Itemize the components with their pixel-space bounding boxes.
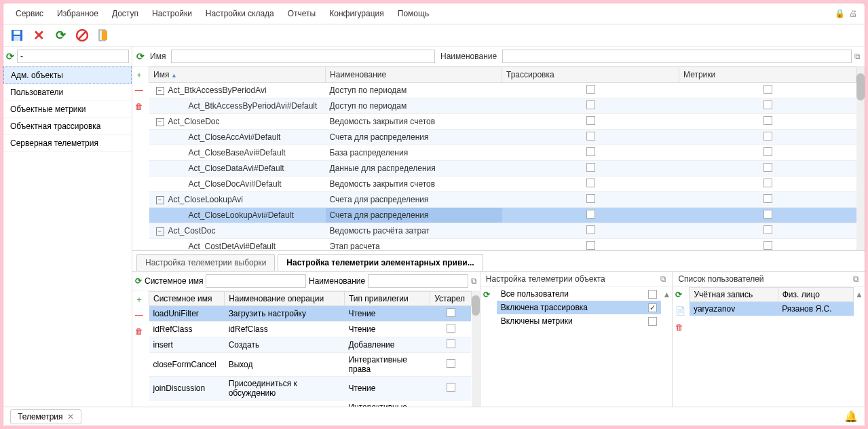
menu-help[interactable]: Помощь: [391, 6, 436, 21]
table-row[interactable]: Act_BtkAccessByPeriodAvi#DefaultДоступ п…: [149, 98, 856, 114]
metrics-checkbox[interactable]: [763, 147, 772, 156]
priv-col-sys[interactable]: Системное имя: [149, 292, 225, 306]
obsolete-checkbox[interactable]: [447, 339, 455, 348]
priv-col-obs[interactable]: Устарел: [430, 292, 472, 306]
table-row[interactable]: −Act_BtkAccessByPeriodAviДоступ по перио…: [149, 83, 856, 98]
tab-selection-telemetry[interactable]: Настройка телеметрии выборки: [136, 254, 275, 271]
users-col-account[interactable]: Учётная запись: [690, 288, 778, 302]
metrics-checkbox[interactable]: [763, 241, 772, 250]
save-button[interactable]: [10, 29, 24, 42]
popout-icon[interactable]: ⧉: [854, 52, 861, 61]
trace-checkbox[interactable]: [586, 194, 595, 203]
table-row[interactable]: −Act_CloseDocВедомость закрытия счетов: [149, 114, 856, 130]
sidebar-item[interactable]: Пользователи: [3, 84, 132, 101]
tree-toggle-icon[interactable]: −: [156, 118, 164, 126]
table-row[interactable]: joinDiscussionПрисоединиться к обсуждени…: [149, 377, 472, 400]
trace-checkbox[interactable]: [586, 179, 595, 187]
table-row[interactable]: idRefClassidRefClassЧтение: [149, 322, 472, 337]
trace-checkbox[interactable]: [586, 241, 595, 250]
trace-checkbox[interactable]: [586, 116, 595, 125]
col-title[interactable]: Наименование: [326, 67, 502, 83]
trace-checkbox[interactable]: [586, 147, 595, 156]
forbid-button[interactable]: [75, 29, 89, 42]
filter-name-input[interactable]: [171, 50, 435, 63]
refresh-button[interactable]: ⟳: [54, 29, 67, 42]
menu-config[interactable]: Конфигурация: [322, 6, 391, 21]
popout-icon[interactable]: ⧉: [471, 276, 477, 286]
popout-icon[interactable]: ⧉: [853, 274, 859, 284]
table-row[interactable]: −Act_CostDocВедомость расчёта затрат: [149, 223, 856, 239]
menu-reports[interactable]: Отчеты: [281, 6, 322, 21]
col-metrics[interactable]: Метрики: [679, 67, 856, 83]
sidebar-item[interactable]: Объектная трассировка: [3, 118, 132, 135]
scroll-up-icon[interactable]: ▲: [855, 290, 863, 299]
menu-favorites[interactable]: Избранное: [50, 6, 105, 21]
obsolete-checkbox[interactable]: [447, 359, 455, 368]
remove-icon[interactable]: —: [135, 86, 146, 96]
close-button[interactable]: ✕: [32, 29, 45, 42]
delete-icon[interactable]: 🗑: [135, 327, 146, 337]
table-row[interactable]: Act_CostDetAvi#DefaultЭтап расчета: [149, 239, 856, 250]
refresh-icon[interactable]: ⟳: [136, 51, 145, 62]
left-filter-input[interactable]: [17, 50, 129, 63]
metrics-checkbox[interactable]: [763, 225, 772, 234]
sidebar-item[interactable]: Адм. объекты: [3, 67, 132, 84]
option-checkbox[interactable]: [648, 303, 657, 312]
telemetry-option-row[interactable]: Включена трассировка: [497, 301, 662, 314]
priv-col-type[interactable]: Тип привилегии: [344, 292, 430, 306]
trace-checkbox[interactable]: [586, 132, 595, 141]
exit-button[interactable]: [97, 29, 111, 42]
tree-toggle-icon[interactable]: −: [156, 87, 164, 95]
tree-toggle-icon[interactable]: −: [156, 196, 164, 204]
refresh-icon[interactable]: ⟳: [675, 290, 686, 301]
metrics-checkbox[interactable]: [763, 85, 772, 94]
tree-toggle-icon[interactable]: −: [156, 227, 164, 236]
metrics-checkbox[interactable]: [763, 179, 772, 187]
table-row[interactable]: Act_CloseAccAvi#DefaultСчета для распред…: [149, 130, 856, 145]
table-row[interactable]: closeFormCancelВыходИнтерактивные права: [149, 353, 472, 377]
telemetry-option-row[interactable]: Все пользователи: [497, 287, 662, 301]
col-trace[interactable]: Трассировка: [502, 67, 679, 83]
menu-warehouse-settings[interactable]: Настройки склада: [199, 6, 281, 21]
add-icon[interactable]: ＋: [135, 69, 146, 80]
table-row[interactable]: Act_CloseLookupAvi#DefaultСчета для расп…: [149, 208, 856, 223]
metrics-checkbox[interactable]: [763, 194, 772, 203]
refresh-icon[interactable]: ⟳: [6, 51, 14, 62]
main-grid[interactable]: Имя Наименование Трассировка Метрики −Ac…: [149, 67, 856, 250]
metrics-checkbox[interactable]: [763, 116, 772, 125]
table-row[interactable]: Act_CloseDataAvi#DefaultДанные для распр…: [149, 161, 856, 176]
delete-icon[interactable]: 🗑: [675, 322, 686, 333]
priv-sysname-input[interactable]: [206, 274, 306, 288]
users-col-person[interactable]: Физ. лицо: [778, 288, 853, 302]
priv-grid-scrollbar[interactable]: [472, 291, 480, 407]
scroll-up-icon[interactable]: ▲: [662, 290, 671, 299]
sidebar-item[interactable]: Объектные метрики: [3, 101, 132, 118]
trace-checkbox[interactable]: [586, 85, 595, 94]
trace-checkbox[interactable]: [586, 163, 595, 172]
col-name[interactable]: Имя: [149, 67, 326, 83]
refresh-icon[interactable]: ⟳: [135, 276, 142, 286]
obsolete-checkbox[interactable]: [447, 308, 455, 317]
refresh-icon[interactable]: ⟳: [483, 290, 494, 301]
popout-icon[interactable]: ⧉: [660, 274, 666, 284]
metrics-checkbox[interactable]: [763, 100, 772, 109]
remove-icon[interactable]: —: [135, 310, 146, 321]
add-icon[interactable]: ＋: [135, 294, 146, 305]
bell-icon[interactable]: 🔔: [844, 410, 858, 423]
table-row[interactable]: insertСоздатьДобавление: [149, 337, 472, 353]
menu-service[interactable]: Сервис: [9, 6, 50, 21]
telemetry-option-row[interactable]: Включены метрики: [497, 314, 662, 328]
menu-access[interactable]: Доступ: [105, 6, 145, 21]
table-row[interactable]: Act_CloseDocAvi#DefaultВедомость закрыти…: [149, 176, 856, 192]
tab-privilege-telemetry[interactable]: Настройка телеметрии элементарных приви.…: [278, 254, 483, 271]
obsolete-checkbox[interactable]: [447, 383, 455, 392]
table-row[interactable]: Act_CloseBaseAvi#DefaultБаза распределен…: [149, 145, 856, 161]
print-icon[interactable]: 🖨: [847, 7, 859, 20]
priv-grid[interactable]: Системное имя Наименование операции Тип …: [149, 291, 472, 407]
option-checkbox[interactable]: [648, 290, 657, 299]
option-checkbox[interactable]: [648, 317, 657, 326]
priv-opname-input[interactable]: [368, 274, 468, 288]
trace-checkbox[interactable]: [586, 100, 595, 109]
obsolete-checkbox[interactable]: [447, 324, 455, 333]
trace-checkbox[interactable]: [586, 225, 595, 234]
